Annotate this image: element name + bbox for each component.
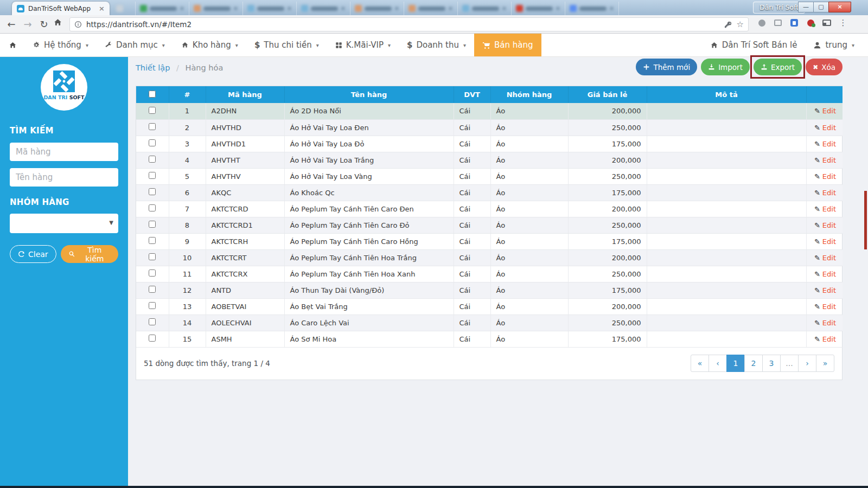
row-checkbox[interactable] [149,188,156,195]
group-select[interactable] [10,214,118,233]
reload-icon[interactable]: ↻ [37,18,51,31]
row-checkbox[interactable] [149,139,156,146]
browser-tab-blurred[interactable]: × [297,2,350,15]
browser-tab-blurred[interactable]: × [243,2,297,15]
cell-group: Áo [490,233,568,249]
edit-link[interactable]: ✎Edit [814,107,836,115]
import-button[interactable]: Import [701,59,750,75]
pencil-icon: ✎ [814,172,820,181]
row-checkbox[interactable] [149,318,156,325]
export-button[interactable]: Export [754,59,802,75]
nav-item-label: Bán hàng [494,40,533,50]
extension-balloon-icon[interactable] [757,18,767,28]
item-name-input[interactable] [10,168,118,187]
tab-close-icon[interactable]: × [99,4,105,12]
url-input[interactable] [86,20,720,29]
clear-button[interactable]: Clear [10,245,56,263]
edit-link[interactable]: ✎Edit [814,156,836,164]
nav-item-kho-hang[interactable]: Kho hàng▾ [173,34,246,56]
close-button[interactable]: × [828,2,851,12]
browser-tab-blurred[interactable]: × [458,2,512,15]
edit-link[interactable]: ✎Edit [814,303,836,311]
back-icon[interactable]: ← [4,18,18,31]
row-checkbox[interactable] [149,204,156,211]
row-checkbox[interactable] [149,172,156,179]
row-checkbox[interactable] [149,269,156,277]
edit-link[interactable]: ✎Edit [814,221,836,229]
nav-item-doanh-thu[interactable]: $Doanh thu▾ [399,34,474,56]
edit-link[interactable]: ✎Edit [814,270,836,278]
nav-item-k-mai-vip[interactable]: K.Mãi-VIP▾ [327,34,399,56]
minimize-button[interactable]: — [798,2,814,12]
page-button[interactable]: ... [780,355,799,372]
extension-blue-icon[interactable] [789,18,799,28]
row-checkbox[interactable] [149,107,156,114]
edit-link[interactable]: ✎Edit [814,319,836,327]
edit-link[interactable]: ✎Edit [814,286,836,294]
page-button[interactable]: 2 [744,355,763,372]
nav-item-ban-hang[interactable]: Bán hàng [474,34,541,56]
delete-button[interactable]: ✖ Xóa [806,59,843,75]
page-button[interactable]: › [798,355,816,372]
edit-link[interactable]: ✎Edit [814,124,836,132]
pencil-icon: ✎ [814,286,820,294]
browser-tab-blurred[interactable]: × [512,2,565,15]
row-checkbox[interactable] [149,253,156,260]
forward-icon[interactable]: → [21,18,35,31]
row-checkbox[interactable] [149,221,156,228]
maximize-button[interactable]: ▢ [813,2,829,12]
page-button[interactable]: « [691,355,709,372]
item-code-input[interactable] [10,143,118,161]
breadcrumb-parent-link[interactable]: Thiết lập [136,63,170,72]
add-new-button[interactable]: Thêm mới [636,59,697,75]
cell-desc [647,249,806,266]
row-checkbox[interactable] [149,335,156,342]
edit-link[interactable]: ✎Edit [814,237,836,246]
omnibox[interactable]: ☆ [69,17,749,31]
edit-link[interactable]: ✎Edit [814,205,836,213]
page-button[interactable]: » [816,355,834,372]
row-checkbox[interactable] [149,286,156,293]
search-button[interactable]: Tìm kiếm [61,245,118,263]
user-menu[interactable]: trung ▾ [805,34,863,56]
info-icon[interactable] [74,21,82,28]
edit-link[interactable]: ✎Edit [814,140,836,148]
browser-menu-icon[interactable]: ⋮ [838,18,848,28]
browser-home-icon[interactable] [53,18,67,27]
edit-link[interactable]: ✎Edit [814,254,836,262]
select-all-checkbox[interactable] [149,91,156,98]
nav-item-danh-muc[interactable]: Danh mục▾ [97,34,173,56]
row-checkbox[interactable] [149,156,156,163]
nav-item-he-thong[interactable]: Hệ thống▾ [24,34,97,56]
extension-card-icon[interactable] [773,18,783,28]
app-home-icon[interactable] [0,34,24,56]
browser-tab-blurred[interactable]: × [350,2,404,15]
row-checkbox[interactable] [149,123,156,130]
browser-tab-blurred[interactable]: × [136,2,189,15]
key-icon[interactable] [724,21,732,29]
browser-tab-blurred[interactable]: × [189,2,243,15]
page-button[interactable]: 3 [762,355,781,372]
nav-item-thu-chi-tien[interactable]: $Thu chi tiền▾ [246,34,327,56]
browser-tab-blurred[interactable]: × [404,2,458,15]
nav-item-label: Danh mục [116,40,158,50]
cell-code: AHVTHD1 [206,136,284,152]
edit-link[interactable]: ✎Edit [814,189,836,197]
row-checkbox[interactable] [149,302,156,309]
cell-unit: Cái [454,282,490,298]
edit-link[interactable]: ✎Edit [814,335,836,343]
bookmark-star-icon[interactable]: ☆ [737,20,744,29]
row-checkbox[interactable] [149,237,156,244]
browser-tab-blurred[interactable]: × [565,2,619,15]
browser-tab-blurred[interactable] [112,2,136,15]
table-row: 4AHVTHTÁo Hở Vai Tay Loa TrắngCáiÁo200,0… [136,152,843,168]
page-button[interactable]: 1 [726,355,745,372]
browser-tab-active[interactable]: DanTriSoft WebApp × [12,2,110,15]
page-button[interactable]: ‹ [709,355,727,372]
cast-icon[interactable] [822,18,832,28]
table-row: 3AHVTHD1Áo Hở Vai Tay Loa ĐỏCáiÁo175,000… [136,136,843,152]
store-menu[interactable]: Dân Trí Soft Bán lẻ [702,34,806,56]
extension-rose-icon[interactable] [806,18,815,28]
cell-unit: Cái [454,217,490,233]
edit-link[interactable]: ✎Edit [814,172,836,181]
